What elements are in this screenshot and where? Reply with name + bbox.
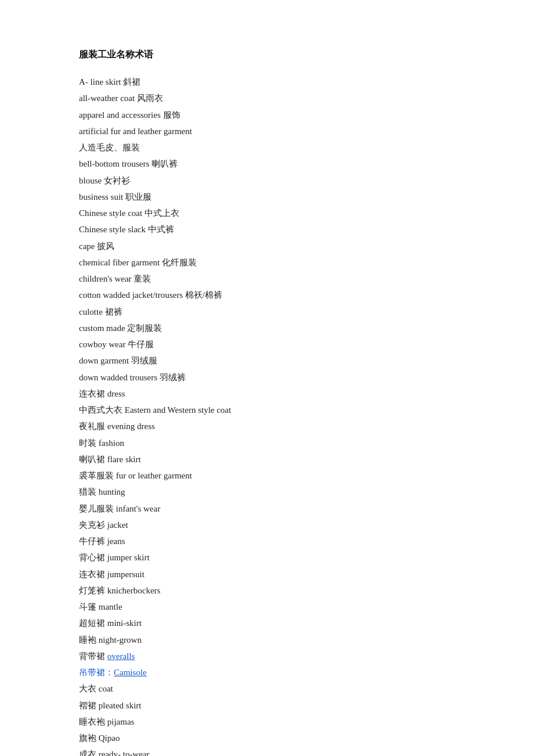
list-item: Chinese style coat 中式上衣: [79, 206, 455, 221]
list-item: custom made 定制服装: [79, 321, 455, 336]
list-item: 猎装 hunting: [79, 484, 455, 499]
list-item: 斗篷 mantle: [79, 599, 455, 614]
list-item: 睡衣袍 pijamas: [79, 714, 455, 729]
list-item: 夜礼服 evening dress: [79, 419, 455, 434]
list-item: culotte 裙裤: [79, 304, 455, 319]
list-item: 吊带裙：Camisole: [79, 665, 455, 680]
list-item: cotton wadded jacket/trousers 棉袄/棉裤: [79, 287, 455, 303]
list-item: 喇叭裙 flare skirt: [79, 452, 455, 467]
list-item: down garment 羽绒服: [79, 353, 455, 368]
term-list: A- line skirt 斜裙all-weather coat 风雨衣appa…: [79, 74, 455, 756]
list-item: apparel and accessories 服饰: [79, 107, 455, 123]
list-item: 连衣裙 jumpersuit: [79, 567, 455, 582]
list-item: 大衣 coat: [79, 681, 455, 696]
list-item: 背带裙 overalls: [79, 649, 455, 664]
list-item: 旗袍 Qipao: [79, 730, 455, 746]
list-item: 裘革服装 fur or leather garment: [79, 468, 455, 483]
list-item: blouse 女衬衫: [79, 173, 455, 188]
list-item: children's wear 童装: [79, 271, 455, 286]
list-item: 中西式大衣 Eastern and Western style coat: [79, 402, 455, 417]
list-item: business suit 职业服: [79, 189, 455, 204]
list-item: cape 披风: [79, 239, 455, 254]
list-item: all-weather coat 风雨衣: [79, 91, 455, 106]
list-item: 人造毛皮、服装: [79, 140, 455, 155]
list-item: 超短裙 mini-skirt: [79, 615, 455, 631]
list-item: A- line skirt 斜裙: [79, 74, 455, 89]
list-item: cowboy wear 牛仔服: [79, 337, 455, 352]
list-item: 褶裙 pleated skirt: [79, 698, 455, 713]
list-item: artificial fur and leather garment: [79, 124, 455, 139]
overalls-link[interactable]: overalls: [107, 651, 135, 661]
camisole-link[interactable]: Camisole: [114, 668, 147, 677]
list-item: 灯笼裤 knicherbockers: [79, 583, 455, 598]
list-item: down wadded trousers 羽绒裤: [79, 370, 455, 385]
list-item: 睡袍 night-grown: [79, 632, 455, 647]
list-item: 成衣 ready- to-wear: [79, 747, 455, 756]
list-item: 连衣裙 dress: [79, 386, 455, 401]
list-item: 夹克衫 jacket: [79, 517, 455, 532]
page-title: 服装工业名称术语: [79, 46, 455, 63]
list-item: bell-bottom trousers 喇叭裤: [79, 156, 455, 171]
list-item: 时装 fashion: [79, 435, 455, 451]
list-item: 婴儿服装 infant's wear: [79, 501, 455, 516]
list-item: Chinese style slack 中式裤: [79, 222, 455, 237]
list-item: 牛仔裤 jeans: [79, 534, 455, 549]
list-item: 背心裙 jumper skirt: [79, 550, 455, 565]
list-item: chemical fiber garment 化纤服装: [79, 255, 455, 270]
